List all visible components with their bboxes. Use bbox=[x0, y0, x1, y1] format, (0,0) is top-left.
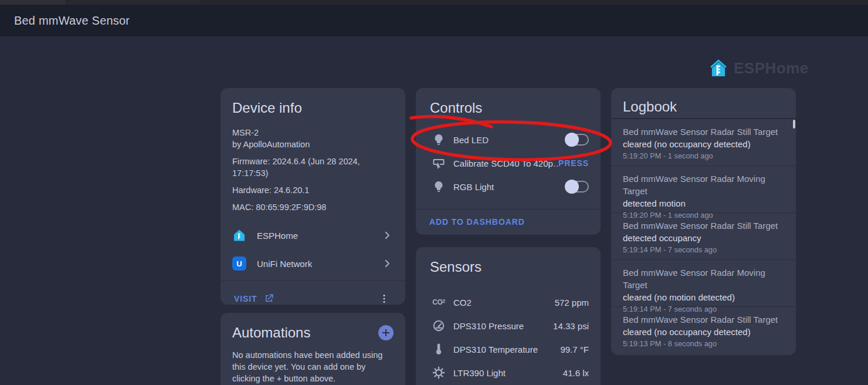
sensor-value: 572 ppm bbox=[555, 298, 589, 308]
device-manufacturer: by ApolloAutomation bbox=[232, 139, 394, 150]
automations-title: Automations bbox=[232, 325, 378, 341]
lightbulb-icon bbox=[431, 133, 446, 147]
esphome-brand: ESPHome bbox=[708, 58, 809, 79]
logbook-entry-time: 5:19:14 PM - 7 seconds ago bbox=[623, 244, 786, 255]
sensor-row-pressure[interactable]: DPS310 Pressure 14.33 psi bbox=[416, 314, 601, 337]
logbook-scrollbar-thumb[interactable] bbox=[793, 120, 795, 129]
esphome-house-icon bbox=[232, 228, 246, 242]
link-row-esphome[interactable]: ESPHome bbox=[221, 221, 405, 249]
gauge-icon bbox=[431, 319, 446, 333]
logbook-entry-name: Bed mmWave Sensor Radar Still Target bbox=[623, 219, 786, 232]
sensor-value: 99.7 °F bbox=[560, 345, 589, 354]
toggle-knob bbox=[565, 180, 579, 194]
logbook-entry-time: 5:19:20 PM - 1 second ago bbox=[623, 150, 786, 161]
browser-top-strip bbox=[0, 0, 868, 5]
logbook-card: Logbook Bed mmWave Sensor Radar Still Ta… bbox=[611, 88, 796, 355]
bed-led-toggle[interactable] bbox=[565, 134, 589, 146]
toggle-knob bbox=[565, 133, 579, 147]
add-to-dashboard-label: ADD TO DASHBOARD bbox=[429, 217, 525, 227]
chevron-right-icon bbox=[382, 230, 392, 241]
link-row-unifi[interactable]: U UniFi Network bbox=[221, 249, 405, 278]
sensors-card: Sensors CO2 CO2 572 ppm DPS310 Pressure … bbox=[416, 247, 601, 385]
device-model: MSR-2 bbox=[232, 127, 394, 139]
browser-tab-segment bbox=[0, 0, 66, 5]
esphome-logo-text: ESPHome bbox=[734, 59, 809, 77]
device-menu-button[interactable] bbox=[372, 287, 396, 305]
sensor-value: 14.33 psi bbox=[553, 321, 589, 331]
tap-button-icon bbox=[431, 156, 446, 170]
logbook-entry-name: Bed mmWave Sensor Radar Still Target bbox=[623, 126, 786, 138]
sensor-label: DPS310 Pressure bbox=[453, 321, 553, 331]
rgb-light-toggle[interactable] bbox=[565, 181, 589, 192]
controls-title: Controls bbox=[416, 100, 601, 116]
add-to-dashboard-button[interactable]: ADD TO DASHBOARD bbox=[429, 217, 525, 227]
page-title: Bed mmWave Sensor bbox=[14, 14, 130, 28]
device-firmware: Firmware: 2024.6.4 (Jun 28 2024, 17:17:5… bbox=[232, 156, 394, 179]
sensor-row-co2[interactable]: CO2 CO2 572 ppm bbox=[416, 291, 601, 314]
unifi-icon: U bbox=[232, 256, 246, 271]
controls-card: Controls Bed LED Calibrate SCD40 To 420p… bbox=[416, 88, 601, 235]
sensor-row-temperature[interactable]: DPS310 Temperature 99.7 °F bbox=[416, 337, 601, 361]
sensor-label: DPS310 Temperature bbox=[453, 345, 560, 354]
app-header: Bed mmWave Sensor bbox=[0, 5, 868, 36]
logbook-entry-action: cleared (no occupancy detected) bbox=[623, 138, 786, 150]
logbook-title: Logbook bbox=[623, 99, 796, 115]
press-button[interactable]: PRESS bbox=[558, 158, 589, 168]
device-info-title: Device info bbox=[232, 100, 394, 116]
brightness-icon bbox=[431, 366, 446, 380]
logbook-entry[interactable]: Bed mmWave Sensor Radar Still Target cle… bbox=[611, 307, 796, 354]
visit-label: VISIT bbox=[234, 294, 257, 303]
link-label-unifi: UniFi Network bbox=[257, 259, 382, 269]
add-automation-button[interactable] bbox=[378, 325, 394, 340]
logbook-entry-action: detected motion bbox=[623, 197, 786, 210]
lightbulb-icon bbox=[431, 180, 446, 194]
logbook-entry-name: Bed mmWave Sensor Radar Still Target bbox=[623, 313, 786, 326]
control-row-calibrate: Calibrate SCD40 To 420p… PRESS bbox=[416, 151, 601, 175]
logbook-entry-action: cleared (no occupancy detected) bbox=[623, 326, 786, 338]
automations-empty-text: No automations have been added using thi… bbox=[221, 349, 405, 384]
automations-card: Automations No automations have been add… bbox=[221, 313, 405, 385]
control-label: RGB Light bbox=[453, 182, 565, 192]
co2-icon: CO2 bbox=[431, 298, 446, 306]
device-mac: MAC: 80:65:99:2F:9D:98 bbox=[232, 201, 394, 213]
control-row-rgb-light: RGB Light bbox=[416, 175, 601, 198]
control-row-bed-led: Bed LED bbox=[416, 128, 601, 151]
sensor-value: 41.6 lx bbox=[563, 368, 589, 378]
link-label-esphome: ESPHome bbox=[257, 231, 382, 241]
thermometer-icon bbox=[431, 342, 446, 356]
sensors-title: Sensors bbox=[416, 259, 601, 275]
sensor-label: CO2 bbox=[453, 298, 555, 308]
logbook-entry-name: Bed mmWave Sensor Radar Moving Target bbox=[623, 266, 786, 291]
logbook-entry-action: detected occupancy bbox=[623, 232, 786, 244]
logbook-entry[interactable]: Bed mmWave Sensor Radar Still Target cle… bbox=[611, 119, 796, 166]
esphome-logo-icon bbox=[708, 58, 729, 79]
logbook-entry-name: Bed mmWave Sensor Radar Moving Target bbox=[623, 173, 786, 197]
logbook-entry-action: cleared (no motion detected) bbox=[623, 291, 786, 303]
dots-vertical-icon bbox=[378, 293, 390, 305]
unifi-glyph: U bbox=[236, 259, 242, 268]
sensor-row-light[interactable]: LTR390 Light 41.6 lx bbox=[416, 361, 601, 384]
device-info-card: Device info MSR-2 by ApolloAutomation Fi… bbox=[221, 88, 405, 305]
visit-button[interactable]: VISIT bbox=[234, 293, 274, 304]
browser-tab-corner bbox=[66, 0, 201, 5]
open-in-new-icon bbox=[263, 293, 274, 304]
device-hardware: Hardware: 24.6.20.1 bbox=[232, 184, 394, 196]
logbook-entry[interactable]: Bed mmWave Sensor Radar Still Target det… bbox=[611, 213, 796, 260]
control-label: Calibrate SCD40 To 420p… bbox=[453, 158, 558, 168]
logbook-entry[interactable]: Bed mmWave Sensor Radar Moving Target de… bbox=[611, 166, 796, 213]
control-label: Bed LED bbox=[453, 135, 565, 145]
logbook-entry-time: 5:19:13 PM - 8 seconds ago bbox=[623, 338, 786, 349]
logbook-entry[interactable]: Bed mmWave Sensor Radar Moving Target cl… bbox=[611, 260, 796, 307]
sensor-label: LTR390 Light bbox=[453, 368, 563, 378]
chevron-right-icon bbox=[382, 258, 392, 269]
